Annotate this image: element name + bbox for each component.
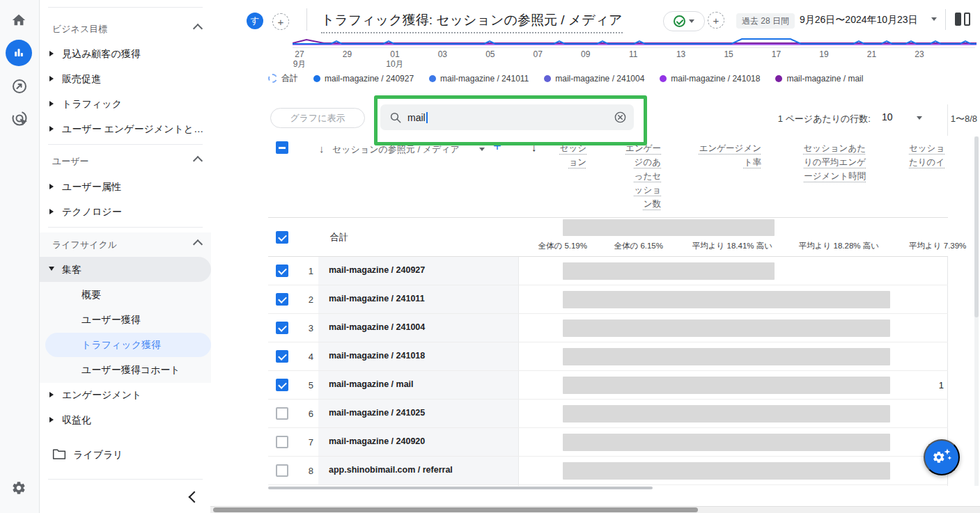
sidebar-item-overview[interactable]: 概要 bbox=[81, 289, 101, 301]
sidebar-item-user-acquisition-cohort[interactable]: ユーザー獲得コホート bbox=[81, 364, 180, 377]
sidebar-item-monetization[interactable]: 収益化 bbox=[62, 414, 91, 427]
settings-gear-icon[interactable] bbox=[11, 480, 26, 498]
x-tick: 23 bbox=[903, 49, 936, 69]
row-dimension-value: mail-magazine / 240920 bbox=[329, 436, 425, 446]
page-title[interactable]: トラフィック獲得: セッションの参照元 / メディア bbox=[321, 11, 623, 33]
column-header-sessions[interactable]: セッシ ョン bbox=[525, 141, 586, 169]
search-value: mail bbox=[407, 112, 426, 123]
legend-item[interactable]: mail-magazine / 241004 bbox=[544, 74, 644, 84]
column-header-avg-engagement-time[interactable]: セッションあた りの平均エンゲ ージメント時間 bbox=[754, 141, 866, 183]
sort-arrow-icon[interactable]: ↓ bbox=[319, 143, 325, 155]
chevron-down-icon bbox=[689, 19, 694, 23]
x-tick: 01 bbox=[390, 49, 399, 59]
section-header-lifecycle[interactable]: ライフサイクル bbox=[52, 239, 117, 251]
table-row: 4 mail-magazine / 241018 bbox=[268, 342, 948, 371]
advertising-icon[interactable] bbox=[11, 110, 29, 131]
sidebar-item-traffic[interactable]: トラフィック bbox=[62, 98, 122, 111]
app-rail bbox=[0, 0, 39, 513]
explore-icon[interactable] bbox=[11, 78, 28, 97]
pagination-range: 1〜8/8 bbox=[935, 113, 977, 125]
collapse-sidebar-icon[interactable] bbox=[189, 491, 201, 503]
add-report-button[interactable]: + bbox=[708, 12, 724, 29]
section-header-user[interactable]: ユーザー bbox=[52, 155, 89, 168]
expand-arrow-icon bbox=[49, 392, 54, 397]
table-row: 6 mail-magazine / 241025 bbox=[268, 400, 948, 428]
series-dot-icon bbox=[429, 75, 436, 82]
sidebar-item-technology[interactable]: テクノロジー bbox=[62, 206, 122, 219]
row-checkbox[interactable] bbox=[276, 231, 288, 244]
sidebar-item-traffic-acquisition-label[interactable]: トラフィック獲得 bbox=[81, 339, 161, 352]
add-button[interactable]: + bbox=[272, 13, 289, 30]
row-index: 2 bbox=[286, 294, 313, 305]
x-tick: 07 bbox=[521, 49, 554, 69]
legend-item-total[interactable]: 合計 bbox=[268, 72, 298, 84]
sidebar-item-user-acquisition[interactable]: ユーザー獲得 bbox=[81, 314, 141, 326]
chevron-down-icon[interactable] bbox=[917, 116, 922, 120]
x-tick: 09 bbox=[569, 49, 602, 69]
horizontal-scrollbar-thumb[interactable] bbox=[213, 507, 698, 512]
report-nav-sidebar: ビジネス目標 見込み顧客の獲得 販売促進 トラフィック ユーザー エンゲージメン… bbox=[39, 0, 210, 513]
comparison-icon[interactable] bbox=[964, 13, 970, 26]
sidebar-item-sales[interactable]: 販売促進 bbox=[62, 73, 101, 86]
sidebar-item-user-attributes[interactable]: ユーザー属性 bbox=[62, 181, 121, 194]
row-dimension-value: mail-magazine / mail bbox=[329, 379, 414, 389]
home-icon[interactable] bbox=[11, 13, 26, 31]
x-tick: 19 bbox=[807, 49, 841, 69]
expand-arrow-icon bbox=[49, 101, 54, 106]
x-tick: 11 bbox=[616, 49, 650, 69]
total-stat: 全体の 6.15% bbox=[580, 241, 663, 251]
search-input[interactable]: mail bbox=[380, 104, 634, 130]
x-tick: 15 bbox=[712, 49, 745, 69]
reports-icon[interactable] bbox=[6, 40, 32, 66]
sidebar-item-engagement[interactable]: エンゲージメント bbox=[62, 389, 141, 402]
x-tick-month: 9月 bbox=[293, 59, 306, 69]
clear-search-icon[interactable] bbox=[614, 111, 627, 124]
folder-icon bbox=[52, 448, 66, 463]
text-cursor bbox=[426, 112, 428, 123]
add-dimension-icon[interactable]: + bbox=[493, 139, 501, 155]
legend-item[interactable]: mail-magazine / 241018 bbox=[660, 74, 760, 84]
select-all-checkbox[interactable] bbox=[276, 141, 288, 154]
table-horizontal-scrollbar[interactable] bbox=[268, 487, 653, 489]
chevron-down-icon[interactable] bbox=[931, 17, 937, 21]
sidebar-item-engagement-goal[interactable]: ユーザー エンゲージメントと… bbox=[62, 123, 203, 136]
row-index: 8 bbox=[286, 466, 313, 476]
gear-sparkle-icon bbox=[931, 447, 952, 468]
dimension-cell: mail-magazine / mail bbox=[318, 371, 518, 399]
column-header-events-per-session[interactable]: セッショ たりのイ bbox=[909, 141, 979, 169]
column-header-engagement-rate[interactable]: エンゲージメン ト率 bbox=[650, 141, 761, 169]
legend-item[interactable]: mail-magazine / 240927 bbox=[313, 74, 414, 84]
date-range-selector[interactable]: 9月26日〜2024年10月23日 bbox=[800, 14, 918, 26]
redacted-value-bar bbox=[563, 348, 890, 365]
vertical-scrollbar-thumb[interactable] bbox=[974, 136, 979, 317]
show-in-chart-button[interactable]: グラフに表示 bbox=[270, 108, 365, 128]
chart-legend: 合計 mail-magazine / 240927 mail-magazine … bbox=[268, 72, 863, 84]
legend-item[interactable]: mail-magazine / mail bbox=[775, 74, 863, 84]
report-status-badge[interactable] bbox=[663, 11, 705, 31]
row-dimension-value: mail-magazine / 241011 bbox=[329, 294, 425, 303]
dimension-cell: mail-magazine / 241004 bbox=[318, 314, 518, 342]
dimension-column-header[interactable]: セッションの参照元 / メディア bbox=[332, 143, 460, 156]
x-tick: 17 bbox=[760, 49, 793, 69]
rows-per-page-select[interactable]: 10 bbox=[882, 111, 893, 123]
sidebar-item-leads[interactable]: 見込み顧客の獲得 bbox=[62, 48, 141, 61]
redacted-value-bar bbox=[563, 377, 890, 394]
chevron-up-icon[interactable] bbox=[193, 156, 203, 166]
table-row: 7 mail-magazine / 240920 bbox=[268, 428, 948, 457]
insights-fab-button[interactable] bbox=[924, 439, 960, 475]
sidebar-item-library[interactable]: ライブラリ bbox=[73, 449, 123, 461]
row-index: 6 bbox=[286, 409, 313, 419]
chevron-up-icon[interactable] bbox=[193, 24, 203, 33]
comparison-icon[interactable] bbox=[955, 13, 961, 26]
series-dot-icon bbox=[313, 75, 320, 82]
section-header-business[interactable]: ビジネス目標 bbox=[52, 23, 107, 35]
redacted-value-bar bbox=[563, 462, 890, 480]
row-index: 1 bbox=[286, 266, 313, 276]
workspace-avatar[interactable]: す bbox=[247, 13, 263, 29]
legend-item[interactable]: mail-magazine / 241011 bbox=[429, 74, 529, 84]
chevron-down-icon[interactable] bbox=[479, 148, 485, 151]
row-index: 3 bbox=[286, 323, 313, 333]
x-tick: 27 bbox=[295, 49, 304, 59]
sidebar-item-acquisition-label[interactable]: 集客 bbox=[62, 264, 81, 276]
dimension-cell: app.shinobimail.com / referral bbox=[318, 457, 518, 484]
